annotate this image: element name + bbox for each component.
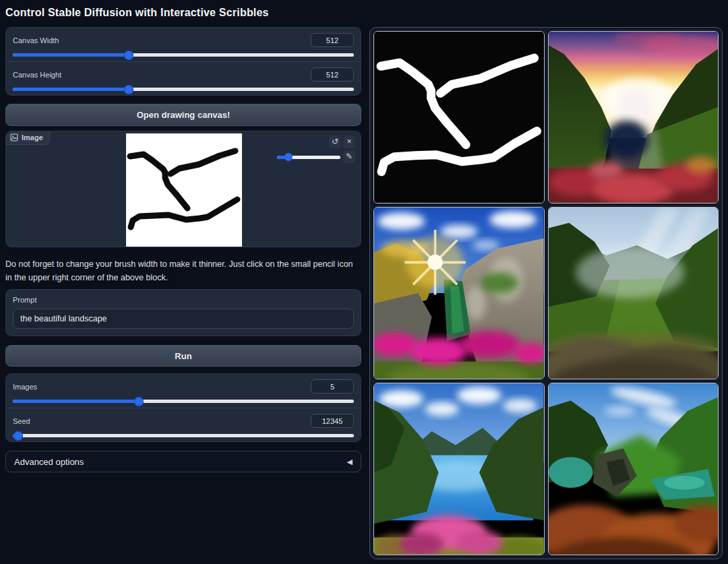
brush-slider-thumb[interactable] [284,153,293,161]
images-value[interactable]: 5 [311,379,354,394]
canvas-height-slider[interactable] [13,88,354,91]
run-button[interactable]: Run [5,345,361,367]
canvas-height-row: Canvas Height 512 [6,61,361,95]
collapse-arrow-icon: ◀ [347,458,353,466]
gallery-image-blue-lake[interactable] [373,383,545,555]
undo-icon[interactable]: ↺ [329,136,341,148]
image-icon [10,133,18,142]
canvas-width-value[interactable]: 512 [311,33,354,47]
gallery-image-green-valley[interactable] [548,207,719,379]
canvas-width-label: Canvas Width [13,36,59,44]
canvas-height-label: Canvas Height [13,71,61,79]
seed-row: Seed 12345 [6,408,361,441]
generation-params-panel: Images 5 Seed 12345 [5,373,361,442]
images-slider[interactable] [13,400,354,403]
canvas-width-slider[interactable] [13,53,354,57]
seed-value[interactable]: 12345 [311,414,354,428]
image-label-badge: Image [6,131,50,145]
prompt-label: Prompt [13,296,354,304]
images-label: Images [13,383,37,391]
gallery-image-sunburst-canyon[interactable] [373,207,545,379]
canvas-width-row: Canvas Width 512 [6,28,361,61]
seed-slider[interactable] [13,434,354,437]
images-row: Images 5 [6,374,361,408]
page-title: Control Stable Diffusion with Interactiv… [5,5,361,20]
results-gallery [369,27,723,559]
seed-label: Seed [13,417,30,425]
gallery-image-sunset-valley[interactable] [548,31,719,203]
drawing-canvas[interactable] [126,133,242,247]
seed-slider-thumb[interactable] [13,431,23,441]
canvas-height-value[interactable]: 512 [311,67,354,82]
clear-icon[interactable]: × [343,136,355,148]
advanced-options-label: Advanced options [14,457,84,467]
images-slider-thumb[interactable] [134,397,144,406]
advanced-options-accordion[interactable]: Advanced options ◀ [5,451,361,472]
controls-column: Control Stable Diffusion with Interactiv… [5,5,361,472]
prompt-panel: Prompt [5,289,361,336]
canvas-width-slider-thumb[interactable] [124,51,133,60]
canvas-height-slider-thumb[interactable] [124,85,133,94]
gallery-image-teal-lakes[interactable] [548,383,719,555]
open-canvas-button[interactable]: Open drawing canvas! [5,104,361,126]
image-label-text: Image [22,133,43,142]
brush-instruction-text: Do not forget to change your brush width… [5,257,359,282]
prompt-input[interactable] [13,309,354,329]
brush-pencil-icon[interactable]: ✎ [343,151,355,163]
canvas-size-panel: Canvas Width 512 Canvas Height 512 [5,27,361,96]
gallery-image-scribble[interactable] [373,31,545,203]
sketch-image-block: Image ↺ × ✎ [5,131,361,247]
brush-size-slider[interactable] [277,156,340,159]
